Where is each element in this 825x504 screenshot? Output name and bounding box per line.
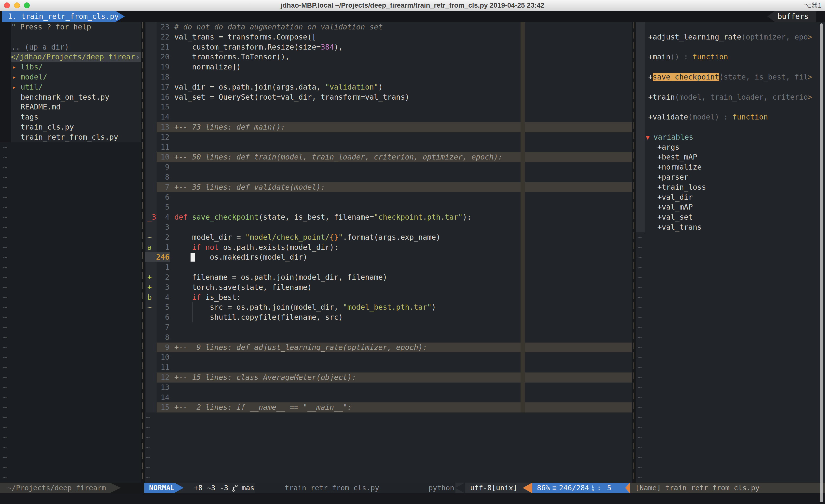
nerdtree-help: " Press ? for help <box>11 22 91 31</box>
window-separator[interactable] <box>633 22 634 483</box>
tagbar-item[interactable]: +best_mAP <box>657 152 825 162</box>
nerdtree-dir-util[interactable]: ▸util/ <box>0 82 141 92</box>
tagbar-item[interactable]: +main() : function <box>648 52 825 62</box>
code-segment: +-- 73 lines: def main(): <box>174 123 285 131</box>
nerdtree-window[interactable]: " Press ? for help.. (up a dir)</jdhao/P… <box>0 22 141 483</box>
tagbar-item[interactable]: +normalize <box>657 162 825 172</box>
editor-row[interactable] <box>174 202 631 212</box>
editor-row[interactable]: torch.save(state, filename) <box>174 282 631 292</box>
nerdtree-file-benchmark_on_testpy[interactable]: benchmark_on_test.py <box>0 92 141 102</box>
line-number-text: 23 <box>161 22 169 31</box>
tagbar-item[interactable]: +val_mAP <box>657 202 825 212</box>
editor-row[interactable] <box>174 72 631 82</box>
line-number-text: 15 <box>161 102 169 111</box>
tagbar-item[interactable]: +parser <box>657 172 825 182</box>
editor-row[interactable]: transforms.ToTensor(), <box>174 52 631 62</box>
empty-line-tilde: ~ <box>638 252 642 262</box>
tagbar-item[interactable]: +train_loss <box>657 182 825 192</box>
code-segment: +-- 9 lines: def adjust_learning_rate(op… <box>174 343 427 352</box>
editor-row[interactable]: normalize]) <box>174 62 631 72</box>
empty-line-tilde: ~ <box>3 252 7 262</box>
line-number-text: 14 <box>161 393 169 402</box>
editor-row[interactable] <box>174 332 631 343</box>
tagbar-item[interactable]: +train(model, train_loader, criterio> <box>648 92 825 102</box>
editor-row[interactable] <box>174 192 631 202</box>
line-number: 9 <box>145 162 169 172</box>
window-separator[interactable] <box>142 22 143 483</box>
editor-row[interactable]: +-- 35 lines: def validate(model): <box>174 182 631 192</box>
editor-row[interactable] <box>174 142 631 152</box>
tagbar-window[interactable]: +adjust_learning_rate(optimizer, epo>+ma… <box>636 22 825 483</box>
powerline-arrow-icon <box>110 483 121 493</box>
editor-row[interactable]: val_set = QuerySet(root=val_dir, transfo… <box>174 92 631 102</box>
editor-window[interactable]: 23# do not do data augmentation on valid… <box>145 22 632 483</box>
editor-row[interactable]: if not os.path.exists(model_dir): <box>174 242 631 252</box>
editor-row[interactable] <box>174 262 631 272</box>
tagbar-item[interactable]: +validate(model) : function <box>648 112 825 122</box>
tagbar-item[interactable]: +val_trans <box>657 222 825 232</box>
editor-row[interactable] <box>174 102 631 112</box>
empty-line-tilde: ~ <box>3 232 7 242</box>
nerdtree-file-train_clspy[interactable]: train_cls.py <box>0 122 141 132</box>
editor-row[interactable]: custom_transform.Resize(size=384), <box>174 42 631 52</box>
editor-row[interactable]: +-- 73 lines: def main(): <box>174 122 631 132</box>
nerdtree-file-READMEmd[interactable]: README.md <box>0 102 141 112</box>
tag-segment: function <box>733 113 768 121</box>
empty-line-tilde: ~ <box>3 332 7 343</box>
tagbar-item[interactable]: +save_checkpoint(state, is_best, fil> <box>648 72 825 82</box>
editor-row[interactable]: filename = os.path.join(model_dir, filen… <box>174 272 631 282</box>
line-number: 16 <box>145 92 169 102</box>
dir-name: util/ <box>21 82 43 92</box>
editor-row[interactable]: +-- 2 lines: if __name__ == "__main__": <box>174 402 631 413</box>
editor-row[interactable]: if is_best: <box>174 292 631 303</box>
editor-row[interactable] <box>174 172 631 182</box>
editor-row[interactable]: model_dir = "model/check_point/{}".forma… <box>174 232 631 242</box>
editor-row[interactable] <box>174 112 631 122</box>
tagbar-item[interactable]: ▼ variables <box>646 132 825 142</box>
editor-row[interactable] <box>174 132 631 142</box>
nerdtree-file-tags[interactable]: tags <box>0 112 141 122</box>
editor-row[interactable]: src = os.path.join(model_dir, "model_bes… <box>174 302 631 312</box>
tagbar-item[interactable]: +val_dir <box>657 192 825 202</box>
tagbar-item[interactable]: +args <box>657 142 825 152</box>
nerdtree-item[interactable]: .. (up a dir) <box>0 42 152 52</box>
nerdtree-file-train_retr_from_clspy[interactable]: train_retr_from_cls.py <box>0 132 141 142</box>
editor-row[interactable]: +-- 15 lines: class AverageMeter(object)… <box>174 372 631 383</box>
editor-row[interactable]: def save_checkpoint(state, is_best, file… <box>174 212 631 222</box>
maxlinenr-icon: LN <box>592 485 594 491</box>
editor-row[interactable]: +-- 50 lines: def train(model, train_loa… <box>174 152 631 162</box>
line-number: 246 <box>145 252 169 262</box>
editor-row[interactable] <box>174 162 631 172</box>
line-number: 1 <box>145 262 169 272</box>
mode-indicator: NORMAL <box>144 483 174 493</box>
code-segment: +-- 2 lines: if __name__ == "__main__": <box>174 403 352 412</box>
editor-row[interactable] <box>174 362 631 372</box>
tab-train-retr-from-cls[interactable]: 1. train_retr_from_cls.py <box>2 11 131 22</box>
editor-row[interactable]: val_trans = transforms.Compose([ <box>174 32 631 42</box>
file-name: benchmark_on_test.py <box>21 92 109 102</box>
editor-row[interactable]: os.makedirs(model_dir) <box>174 252 631 262</box>
editor-row[interactable] <box>174 352 631 362</box>
scrollbar[interactable] <box>820 23 823 502</box>
empty-line-tilde: ~ <box>3 362 7 372</box>
editor-row[interactable]: +-- 9 lines: def adjust_learning_rate(op… <box>174 343 631 353</box>
empty-line-tilde: ~ <box>3 352 7 362</box>
nerdtree-item[interactable]: " Press ? for help <box>0 22 152 32</box>
empty-line-tilde: ~ <box>638 433 642 443</box>
editor-row[interactable]: shutil.copyfile(filename, src) <box>174 312 631 322</box>
editor-row[interactable] <box>174 222 631 232</box>
editor-row[interactable] <box>174 383 631 393</box>
line-number: 22 <box>145 32 169 42</box>
tagbar-item[interactable]: +val_set <box>657 212 825 222</box>
tagbar-item[interactable]: +adjust_learning_rate(optimizer, epo> <box>648 32 825 42</box>
nerdtree-dir-model[interactable]: ▸model/ <box>0 72 141 82</box>
editor-row[interactable] <box>174 393 631 403</box>
nerdtree-item[interactable]: </jdhao/Projects/deep_firear› <box>11 52 141 62</box>
nerdtree-dir-libs[interactable]: ▸libs/ <box>0 62 141 72</box>
editor-row[interactable]: # do not do data augmentation on validat… <box>174 22 631 32</box>
empty-line-tilde: ~ <box>3 142 7 152</box>
editor-row[interactable]: val_dir = os.path.join(args.data, "valid… <box>174 82 631 92</box>
command-line[interactable] <box>0 493 825 504</box>
editor-row[interactable] <box>174 322 631 332</box>
empty-line-tilde: ~ <box>3 423 7 433</box>
